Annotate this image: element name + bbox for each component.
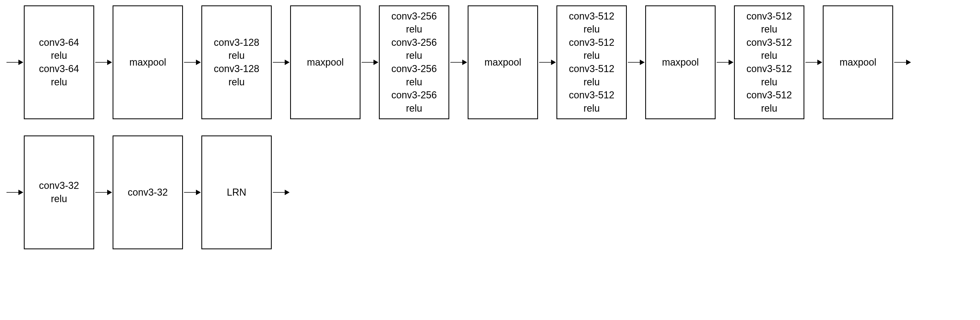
layer-text: conv3-64 bbox=[39, 62, 79, 75]
layer-text: conv3-128 bbox=[214, 36, 259, 49]
layer-text: relu bbox=[406, 23, 422, 36]
layer-text: conv3-32 bbox=[39, 179, 79, 192]
layer-text: relu bbox=[761, 102, 777, 115]
layer-text: relu bbox=[761, 23, 777, 36]
layer-text: conv3-512 bbox=[569, 62, 614, 75]
layer-block-maxpool: maxpool bbox=[468, 5, 538, 119]
arrow-icon bbox=[95, 62, 111, 62]
layer-text: LRN bbox=[227, 186, 246, 199]
layer-text: conv3-512 bbox=[569, 10, 614, 23]
arrow-icon bbox=[6, 62, 23, 62]
arrow-icon bbox=[273, 62, 289, 62]
layer-text: conv3-512 bbox=[569, 89, 614, 102]
layer-text: conv3-128 bbox=[214, 62, 259, 75]
arrow-icon bbox=[95, 192, 111, 193]
arrow-icon bbox=[805, 62, 822, 62]
layer-block-lrn: LRN bbox=[201, 136, 272, 249]
layer-block-conv32: conv3-32 bbox=[113, 136, 183, 249]
layer-text: relu bbox=[406, 102, 422, 115]
layer-text: relu bbox=[406, 49, 422, 62]
layer-block-maxpool: maxpool bbox=[113, 5, 183, 119]
layer-text: relu bbox=[584, 23, 600, 36]
layer-text: relu bbox=[584, 49, 600, 62]
layer-text: conv3-512 bbox=[746, 36, 792, 49]
layer-block-conv32: conv3-32 relu bbox=[24, 136, 94, 249]
arrow-icon bbox=[717, 62, 733, 62]
layer-text: relu bbox=[761, 49, 777, 62]
layer-text: conv3-256 bbox=[391, 36, 437, 49]
layer-text: maxpool bbox=[662, 56, 699, 69]
layer-text: conv3-512 bbox=[746, 89, 792, 102]
layer-block-conv64: conv3-64 relu conv3-64 relu bbox=[24, 5, 94, 119]
layer-text: maxpool bbox=[307, 56, 344, 69]
layer-text: relu bbox=[584, 102, 600, 115]
layer-text: relu bbox=[51, 75, 67, 89]
arrow-icon bbox=[539, 62, 555, 62]
layer-text: conv3-256 bbox=[391, 62, 437, 75]
layer-text: conv3-512 bbox=[746, 10, 792, 23]
diagram-row-2: conv3-32 relu conv3-32 LRN bbox=[5, 136, 975, 249]
layer-block-maxpool: maxpool bbox=[645, 5, 716, 119]
layer-text: conv3-32 bbox=[128, 186, 168, 199]
arrow-icon bbox=[894, 62, 910, 62]
arrow-icon bbox=[6, 192, 23, 193]
layer-text: conv3-256 bbox=[391, 10, 437, 23]
arrow-icon bbox=[361, 62, 378, 62]
arrow-icon bbox=[184, 62, 200, 62]
layer-text: conv3-256 bbox=[391, 89, 437, 102]
arrow-icon bbox=[273, 192, 289, 193]
layer-block-conv128: conv3-128 relu conv3-128 relu bbox=[201, 5, 272, 119]
layer-block-conv256: conv3-256 relu conv3-256 relu conv3-256 … bbox=[379, 5, 449, 119]
layer-text: maxpool bbox=[484, 56, 521, 69]
layer-text: relu bbox=[51, 192, 67, 206]
layer-text: relu bbox=[584, 75, 600, 89]
layer-text: relu bbox=[228, 75, 245, 89]
arrow-icon bbox=[184, 192, 200, 193]
layer-text: maxpool bbox=[840, 56, 877, 69]
layer-block-conv512: conv3-512 relu conv3-512 relu conv3-512 … bbox=[734, 5, 804, 119]
layer-text: conv3-512 bbox=[569, 36, 614, 49]
arrow-icon bbox=[628, 62, 644, 62]
layer-text: conv3-64 bbox=[39, 36, 79, 49]
layer-text: relu bbox=[761, 75, 777, 89]
layer-text: maxpool bbox=[129, 56, 166, 69]
layer-block-conv512: conv3-512 relu conv3-512 relu conv3-512 … bbox=[557, 5, 627, 119]
layer-block-maxpool: maxpool bbox=[290, 5, 361, 119]
arrow-icon bbox=[450, 62, 466, 62]
layer-text: relu bbox=[51, 49, 67, 62]
layer-block-maxpool: maxpool bbox=[823, 5, 893, 119]
layer-text: relu bbox=[406, 75, 422, 89]
layer-text: relu bbox=[228, 49, 245, 62]
diagram-row-1: conv3-64 relu conv3-64 relu maxpool conv… bbox=[5, 5, 975, 119]
layer-text: conv3-512 bbox=[746, 62, 792, 75]
